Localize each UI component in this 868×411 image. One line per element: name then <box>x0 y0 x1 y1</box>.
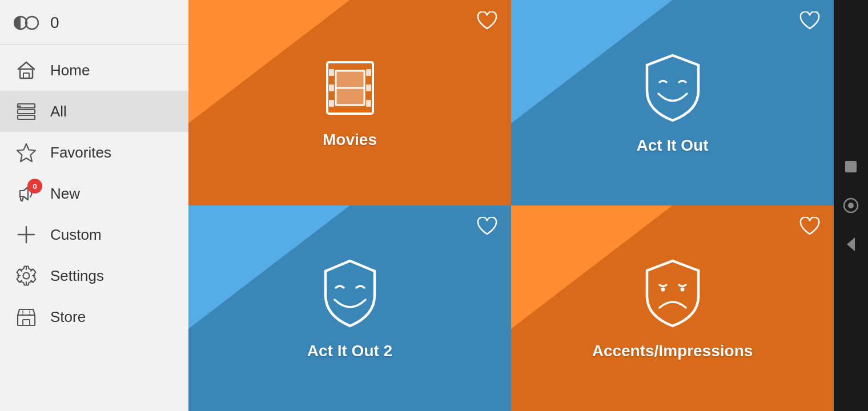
card-act-it-out-2[interactable]: Act It Out 2 <box>188 206 511 411</box>
home-button[interactable] <box>843 198 859 213</box>
sidebar-item-new[interactable]: 0 New <box>0 173 188 214</box>
svg-rect-6 <box>18 115 35 119</box>
card-movies[interactable]: Movies <box>188 0 511 206</box>
svg-marker-8 <box>17 144 35 162</box>
back-button[interactable] <box>843 236 859 252</box>
card-accents-impressions[interactable]: Accents/Impressions <box>511 206 834 411</box>
new-badge: 0 <box>27 179 42 194</box>
svg-rect-31 <box>845 161 857 172</box>
plus-icon <box>14 222 39 247</box>
sidebar-item-favorites[interactable]: Favorites <box>0 132 188 173</box>
svg-line-10 <box>22 196 23 201</box>
svg-point-1 <box>26 17 38 29</box>
act-it-out-favorite-button[interactable] <box>797 9 822 35</box>
svg-rect-27 <box>366 84 371 91</box>
sidebar-item-home-label: Home <box>50 62 90 79</box>
sidebar-nav: Home All Favorites <box>0 45 188 342</box>
sidebar-item-custom-label: Custom <box>50 226 102 244</box>
home-icon <box>14 58 39 83</box>
sad-mask-icon <box>636 256 710 333</box>
sidebar-item-new-label: New <box>50 185 80 203</box>
sidebar-item-home[interactable]: Home <box>0 50 188 91</box>
accents-impressions-favorite-button[interactable] <box>797 215 822 240</box>
card-act-it-out[interactable]: Act It Out <box>511 0 834 206</box>
accents-impressions-label: Accents/Impressions <box>592 342 753 360</box>
svg-point-13 <box>23 273 30 279</box>
sidebar-item-all[interactable]: All <box>0 91 188 132</box>
movies-favorite-button[interactable] <box>475 9 500 35</box>
act-it-out-label: Act It Out <box>637 136 709 155</box>
svg-rect-25 <box>329 100 334 107</box>
sidebar-item-settings[interactable]: Settings <box>0 255 188 296</box>
act-it-out-2-label: Act It Out 2 <box>307 342 392 360</box>
svg-rect-3 <box>23 73 29 78</box>
happy-mask-icon <box>636 51 710 127</box>
svg-marker-34 <box>847 237 855 251</box>
sidebar-item-settings-label: Settings <box>50 267 104 285</box>
happy-mask-2-icon <box>313 256 387 333</box>
svg-rect-28 <box>366 100 371 107</box>
film-icon <box>316 57 384 122</box>
sidebar-header: 0 <box>0 0 188 45</box>
all-icon <box>14 99 39 124</box>
svg-rect-26 <box>366 69 371 76</box>
star-icon <box>14 140 39 165</box>
sidebar-item-store[interactable]: Store <box>0 296 188 337</box>
new-icon: 0 <box>14 181 39 206</box>
svg-rect-16 <box>23 320 30 325</box>
act-it-out-2-favorite-button[interactable] <box>475 215 500 240</box>
sidebar: 0 Home All <box>0 0 188 411</box>
main-grid: Movies Act It Out <box>188 0 834 411</box>
device-controls <box>834 0 868 411</box>
sidebar-counter: 0 <box>50 14 59 32</box>
gear-icon <box>14 263 39 288</box>
toggle-icon[interactable] <box>14 10 39 35</box>
svg-rect-5 <box>18 110 35 114</box>
svg-point-30 <box>680 288 684 292</box>
svg-rect-23 <box>329 69 334 76</box>
store-icon <box>14 304 39 329</box>
svg-point-29 <box>661 288 665 292</box>
sidebar-item-favorites-label: Favorites <box>50 144 111 162</box>
svg-point-33 <box>848 203 854 208</box>
sidebar-item-all-label: All <box>50 103 67 120</box>
movies-label: Movies <box>323 131 377 149</box>
svg-line-9 <box>20 196 21 201</box>
sidebar-item-custom[interactable]: Custom <box>0 214 188 255</box>
svg-rect-24 <box>329 84 334 91</box>
square-button[interactable] <box>843 159 859 175</box>
sidebar-item-store-label: Store <box>50 308 86 326</box>
